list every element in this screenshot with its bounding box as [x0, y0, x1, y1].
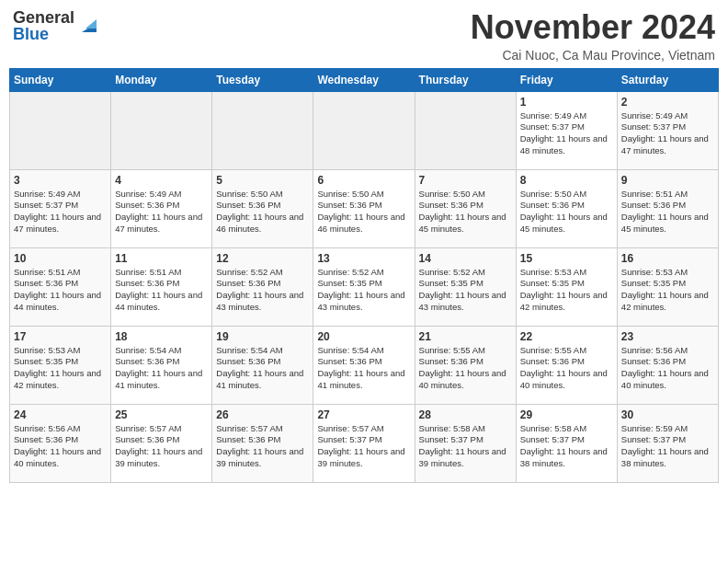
day-number: 19	[216, 330, 309, 343]
day-number: 16	[621, 252, 714, 265]
calendar-cell: 29Sunrise: 5:58 AM Sunset: 5:37 PM Dayli…	[516, 404, 617, 482]
page-header: General Blue November 2024 Cai Nuoc, Ca …	[9, 9, 719, 63]
cell-info: Sunrise: 5:50 AM Sunset: 5:36 PM Dayligh…	[520, 189, 613, 236]
cell-info: Sunrise: 5:49 AM Sunset: 5:36 PM Dayligh…	[115, 189, 208, 236]
day-number: 1	[520, 96, 613, 109]
calendar-cell: 8Sunrise: 5:50 AM Sunset: 5:36 PM Daylig…	[516, 169, 617, 247]
cell-info: Sunrise: 5:53 AM Sunset: 5:35 PM Dayligh…	[14, 345, 107, 392]
day-number: 4	[115, 174, 208, 187]
day-number: 20	[317, 330, 410, 343]
title-block: November 2024 Cai Nuoc, Ca Mau Province,…	[471, 9, 715, 63]
day-number: 6	[317, 174, 410, 187]
weekday-header: Tuesday	[212, 68, 313, 91]
calendar-cell: 17Sunrise: 5:53 AM Sunset: 5:35 PM Dayli…	[10, 326, 111, 404]
cell-info: Sunrise: 5:52 AM Sunset: 5:36 PM Dayligh…	[216, 267, 309, 314]
weekday-header: Wednesday	[313, 68, 415, 91]
cell-info: Sunrise: 5:49 AM Sunset: 5:37 PM Dayligh…	[621, 110, 714, 157]
day-number: 26	[216, 408, 309, 421]
calendar-cell: 13Sunrise: 5:52 AM Sunset: 5:35 PM Dayli…	[313, 247, 415, 326]
calendar-table: SundayMondayTuesdayWednesdayThursdayFrid…	[9, 68, 719, 483]
calendar-week-row: 17Sunrise: 5:53 AM Sunset: 5:35 PM Dayli…	[10, 326, 719, 404]
day-number: 13	[317, 252, 410, 265]
cell-info: Sunrise: 5:54 AM Sunset: 5:36 PM Dayligh…	[216, 345, 309, 392]
weekday-header: Monday	[111, 68, 212, 91]
calendar-cell: 16Sunrise: 5:53 AM Sunset: 5:35 PM Dayli…	[617, 247, 718, 326]
logo: General Blue	[13, 9, 97, 42]
calendar-cell: 30Sunrise: 5:59 AM Sunset: 5:37 PM Dayli…	[617, 404, 718, 482]
calendar-cell	[212, 91, 313, 169]
month-title: November 2024	[471, 9, 715, 46]
day-number: 3	[14, 174, 107, 187]
day-number: 15	[520, 252, 613, 265]
day-number: 29	[520, 408, 613, 421]
calendar-cell	[313, 91, 415, 169]
cell-info: Sunrise: 5:57 AM Sunset: 5:37 PM Dayligh…	[317, 423, 410, 470]
day-number: 28	[419, 408, 512, 421]
day-number: 22	[520, 330, 613, 343]
cell-info: Sunrise: 5:51 AM Sunset: 5:36 PM Dayligh…	[115, 267, 208, 314]
logo-icon	[76, 16, 97, 36]
day-number: 17	[14, 330, 107, 343]
day-number: 21	[419, 330, 512, 343]
calendar-cell: 19Sunrise: 5:54 AM Sunset: 5:36 PM Dayli…	[212, 326, 313, 404]
cell-info: Sunrise: 5:50 AM Sunset: 5:36 PM Dayligh…	[419, 189, 512, 236]
cell-info: Sunrise: 5:49 AM Sunset: 5:37 PM Dayligh…	[520, 110, 613, 157]
cell-info: Sunrise: 5:51 AM Sunset: 5:36 PM Dayligh…	[14, 267, 107, 314]
day-number: 9	[621, 174, 714, 187]
cell-info: Sunrise: 5:57 AM Sunset: 5:36 PM Dayligh…	[115, 423, 208, 470]
calendar-cell: 2Sunrise: 5:49 AM Sunset: 5:37 PM Daylig…	[617, 91, 718, 169]
cell-info: Sunrise: 5:53 AM Sunset: 5:35 PM Dayligh…	[520, 267, 613, 314]
weekday-header: Sunday	[10, 68, 111, 91]
calendar-cell: 7Sunrise: 5:50 AM Sunset: 5:36 PM Daylig…	[415, 169, 516, 247]
weekday-header: Saturday	[617, 68, 718, 91]
cell-info: Sunrise: 5:52 AM Sunset: 5:35 PM Dayligh…	[419, 267, 512, 314]
cell-info: Sunrise: 5:56 AM Sunset: 5:36 PM Dayligh…	[621, 345, 714, 392]
calendar-cell: 24Sunrise: 5:56 AM Sunset: 5:36 PM Dayli…	[10, 404, 111, 482]
day-number: 5	[216, 174, 309, 187]
calendar-cell: 4Sunrise: 5:49 AM Sunset: 5:36 PM Daylig…	[111, 169, 212, 247]
logo-general: General	[13, 9, 74, 26]
cell-info: Sunrise: 5:50 AM Sunset: 5:36 PM Dayligh…	[216, 189, 309, 236]
day-number: 24	[14, 408, 107, 421]
day-number: 23	[621, 330, 714, 343]
calendar-cell	[10, 91, 111, 169]
day-number: 8	[520, 174, 613, 187]
cell-info: Sunrise: 5:57 AM Sunset: 5:36 PM Dayligh…	[216, 423, 309, 470]
day-number: 7	[419, 174, 512, 187]
logo-blue: Blue	[13, 26, 74, 42]
cell-info: Sunrise: 5:59 AM Sunset: 5:37 PM Dayligh…	[621, 423, 714, 470]
cell-info: Sunrise: 5:54 AM Sunset: 5:36 PM Dayligh…	[115, 345, 208, 392]
day-number: 18	[115, 330, 208, 343]
calendar-cell	[111, 91, 212, 169]
day-number: 11	[115, 252, 208, 265]
cell-info: Sunrise: 5:49 AM Sunset: 5:37 PM Dayligh…	[14, 189, 107, 236]
weekday-header: Friday	[516, 68, 617, 91]
cell-info: Sunrise: 5:55 AM Sunset: 5:36 PM Dayligh…	[520, 345, 613, 392]
calendar-cell: 5Sunrise: 5:50 AM Sunset: 5:36 PM Daylig…	[212, 169, 313, 247]
calendar-week-row: 3Sunrise: 5:49 AM Sunset: 5:37 PM Daylig…	[10, 169, 719, 247]
calendar-cell: 6Sunrise: 5:50 AM Sunset: 5:36 PM Daylig…	[313, 169, 415, 247]
calendar-week-row: 10Sunrise: 5:51 AM Sunset: 5:36 PM Dayli…	[10, 247, 719, 326]
calendar-cell: 23Sunrise: 5:56 AM Sunset: 5:36 PM Dayli…	[617, 326, 718, 404]
svg-marker-1	[85, 19, 97, 29]
calendar-cell: 1Sunrise: 5:49 AM Sunset: 5:37 PM Daylig…	[516, 91, 617, 169]
calendar-cell: 27Sunrise: 5:57 AM Sunset: 5:37 PM Dayli…	[313, 404, 415, 482]
cell-info: Sunrise: 5:58 AM Sunset: 5:37 PM Dayligh…	[419, 423, 512, 470]
calendar-cell	[415, 91, 516, 169]
calendar-cell: 9Sunrise: 5:51 AM Sunset: 5:36 PM Daylig…	[617, 169, 718, 247]
calendar-cell: 18Sunrise: 5:54 AM Sunset: 5:36 PM Dayli…	[111, 326, 212, 404]
day-number: 25	[115, 408, 208, 421]
calendar-body: 1Sunrise: 5:49 AM Sunset: 5:37 PM Daylig…	[10, 91, 719, 482]
calendar-cell: 10Sunrise: 5:51 AM Sunset: 5:36 PM Dayli…	[10, 247, 111, 326]
calendar-cell: 21Sunrise: 5:55 AM Sunset: 5:36 PM Dayli…	[415, 326, 516, 404]
cell-info: Sunrise: 5:53 AM Sunset: 5:35 PM Dayligh…	[621, 267, 714, 314]
calendar-cell: 3Sunrise: 5:49 AM Sunset: 5:37 PM Daylig…	[10, 169, 111, 247]
calendar-cell: 22Sunrise: 5:55 AM Sunset: 5:36 PM Dayli…	[516, 326, 617, 404]
calendar-cell: 12Sunrise: 5:52 AM Sunset: 5:36 PM Dayli…	[212, 247, 313, 326]
cell-info: Sunrise: 5:58 AM Sunset: 5:37 PM Dayligh…	[520, 423, 613, 470]
calendar-cell: 14Sunrise: 5:52 AM Sunset: 5:35 PM Dayli…	[415, 247, 516, 326]
cell-info: Sunrise: 5:52 AM Sunset: 5:35 PM Dayligh…	[317, 267, 410, 314]
calendar-cell: 15Sunrise: 5:53 AM Sunset: 5:35 PM Dayli…	[516, 247, 617, 326]
calendar-cell: 25Sunrise: 5:57 AM Sunset: 5:36 PM Dayli…	[111, 404, 212, 482]
day-number: 12	[216, 252, 309, 265]
